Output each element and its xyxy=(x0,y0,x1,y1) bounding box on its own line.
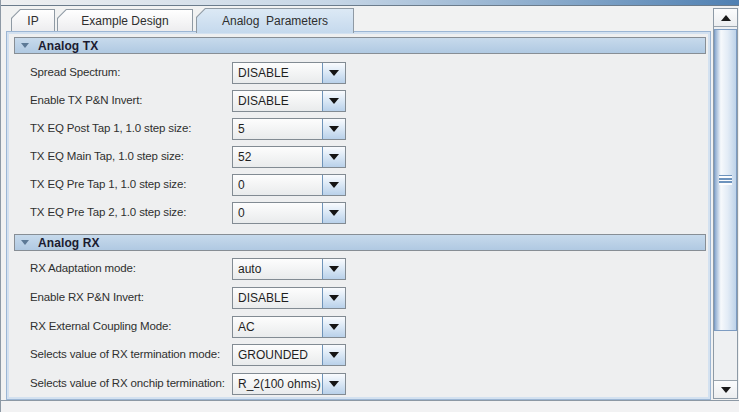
combobox-dropdown-button[interactable] xyxy=(322,374,345,394)
triangle-down-icon xyxy=(329,70,339,76)
combobox-dropdown-button[interactable] xyxy=(322,175,345,195)
parameter-row: TX EQ Post Tap 1, 1.0 step size: 5 xyxy=(10,115,707,143)
tx-eq-post-tap1-combobox[interactable]: 5 xyxy=(232,118,346,140)
rx-external-coupling-combobox[interactable]: AC xyxy=(232,316,346,338)
parameter-label: Spread Spectrum: xyxy=(30,66,120,78)
parameter-label: TX EQ Main Tap, 1.0 step size: xyxy=(30,150,184,162)
tx-eq-main-tap-combobox[interactable]: 52 xyxy=(232,146,346,168)
tab-ip[interactable]: IP xyxy=(11,9,55,32)
triangle-down-icon xyxy=(329,210,339,216)
parameter-label: TX EQ Pre Tap 1, 1.0 step size: xyxy=(30,178,186,190)
combobox-value: GROUNDED xyxy=(233,345,322,365)
scrollbar-grip-icon xyxy=(719,175,732,185)
combobox-value: 0 xyxy=(233,175,322,195)
triangle-down-icon xyxy=(329,295,339,301)
parameter-row: RX Adaptation mode: auto xyxy=(10,255,707,283)
parameter-row: Enable RX P&N Invert: DISABLE xyxy=(10,284,707,312)
combobox-value: DISABLE xyxy=(233,91,322,111)
parameter-label: TX EQ Pre Tap 2, 1.0 step size: xyxy=(30,206,186,218)
tab-label: Analog Parameters xyxy=(197,9,353,33)
spread-spectrum-combobox[interactable]: DISABLE xyxy=(232,62,346,84)
parameter-row: TX EQ Pre Tap 1, 1.0 step size: 0 xyxy=(10,171,707,199)
section-header-analog-tx[interactable]: Analog TX xyxy=(14,37,706,54)
scroll-down-button[interactable] xyxy=(714,380,737,398)
parameter-label: Selects value of RX onchip termination: xyxy=(30,377,225,389)
parameter-label: TX EQ Post Tap 1, 1.0 step size: xyxy=(30,122,191,134)
section-title: Analog RX xyxy=(38,236,100,250)
parameter-row: Enable TX P&N Invert: DISABLE xyxy=(10,87,707,115)
triangle-down-icon xyxy=(721,387,731,393)
combobox-dropdown-button[interactable] xyxy=(322,288,345,308)
triangle-down-icon xyxy=(329,266,339,272)
tx-eq-pre-tap1-combobox[interactable]: 0 xyxy=(232,174,346,196)
parameter-row: RX External Coupling Mode: AC xyxy=(10,313,707,341)
combobox-value: R_2(100 ohms) xyxy=(233,374,322,394)
tab-analog-parameters[interactable]: Analog Parameters xyxy=(196,8,354,33)
ip-parameter-window: IP Example Design Analog Parameters Anal… xyxy=(0,0,739,412)
tab-label: IP xyxy=(12,10,54,32)
parameter-label: RX Adaptation mode: xyxy=(30,262,136,274)
enable-rx-pn-invert-combobox[interactable]: DISABLE xyxy=(232,287,346,309)
scrollbar-track[interactable] xyxy=(714,27,737,380)
combobox-dropdown-button[interactable] xyxy=(322,119,345,139)
triangle-down-icon xyxy=(329,324,339,330)
combobox-dropdown-button[interactable] xyxy=(322,91,345,111)
triangle-down-icon xyxy=(329,126,339,132)
parameter-row: TX EQ Pre Tap 2, 1.0 step size: 0 xyxy=(10,199,707,227)
combobox-value: auto xyxy=(233,259,322,279)
combobox-dropdown-button[interactable] xyxy=(322,203,345,223)
parameter-row: Selects value of RX onchip termination: … xyxy=(10,370,707,398)
scroll-up-button[interactable] xyxy=(714,9,737,27)
combobox-dropdown-button[interactable] xyxy=(322,147,345,167)
tab-example-design[interactable]: Example Design xyxy=(57,9,193,32)
combobox-value: 52 xyxy=(233,147,322,167)
bottom-margin-strip xyxy=(1,401,739,412)
parameter-row: Spread Spectrum: DISABLE xyxy=(10,59,707,87)
vertical-scrollbar[interactable] xyxy=(713,8,738,399)
combobox-dropdown-button[interactable] xyxy=(322,259,345,279)
parameter-label: RX External Coupling Mode: xyxy=(30,320,171,332)
parameter-label: Enable RX P&N Invert: xyxy=(30,291,144,303)
collapse-triangle-icon[interactable] xyxy=(21,43,29,48)
combobox-dropdown-button[interactable] xyxy=(322,345,345,365)
rx-adaptation-mode-combobox[interactable]: auto xyxy=(232,258,346,280)
parameter-row: Selects value of RX termination mode: GR… xyxy=(10,341,707,369)
rx-termination-mode-combobox[interactable]: GROUNDED xyxy=(232,344,346,366)
collapse-triangle-icon[interactable] xyxy=(21,240,29,245)
parameter-label: Enable TX P&N Invert: xyxy=(30,94,142,106)
triangle-down-icon xyxy=(329,154,339,160)
parameter-label: Selects value of RX termination mode: xyxy=(30,348,220,360)
combobox-value: 5 xyxy=(233,119,322,139)
combobox-value: DISABLE xyxy=(233,288,322,308)
combobox-dropdown-button[interactable] xyxy=(322,317,345,337)
combobox-value: 0 xyxy=(233,203,322,223)
analog-parameters-panel: Analog TX Spread Spectrum: DISABLE Enabl… xyxy=(6,31,711,400)
tx-eq-pre-tap2-combobox[interactable]: 0 xyxy=(232,202,346,224)
scrollbar-thumb[interactable] xyxy=(714,29,737,331)
section-title: Analog TX xyxy=(38,39,98,53)
triangle-up-icon xyxy=(721,15,731,21)
section-header-analog-rx[interactable]: Analog RX xyxy=(14,234,706,251)
triangle-down-icon xyxy=(329,182,339,188)
enable-tx-pn-invert-combobox[interactable]: DISABLE xyxy=(232,90,346,112)
tab-label: Example Design xyxy=(58,10,192,32)
top-gradient-bar xyxy=(1,0,739,6)
rx-onchip-termination-combobox[interactable]: R_2(100 ohms) xyxy=(232,373,346,395)
parameter-row: TX EQ Main Tap, 1.0 step size: 52 xyxy=(10,143,707,171)
combobox-dropdown-button[interactable] xyxy=(322,63,345,83)
combobox-value: DISABLE xyxy=(233,63,322,83)
triangle-down-icon xyxy=(329,98,339,104)
triangle-down-icon xyxy=(329,381,339,387)
combobox-value: AC xyxy=(233,317,322,337)
triangle-down-icon xyxy=(329,352,339,358)
